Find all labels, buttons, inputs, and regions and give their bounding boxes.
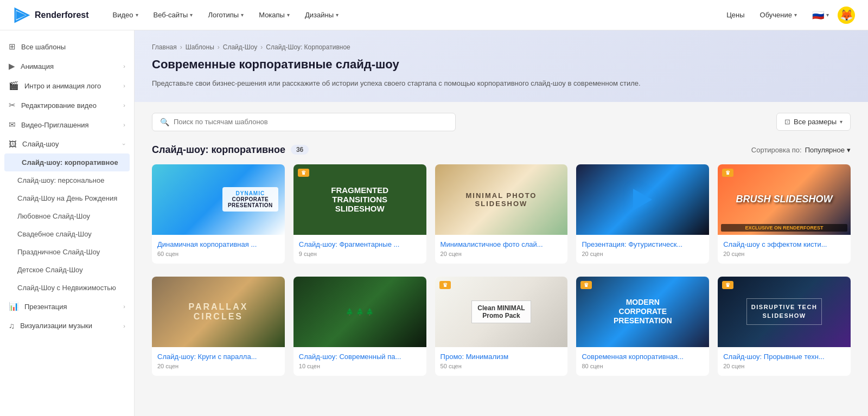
learning-chevron: ▾ bbox=[794, 12, 797, 18]
sort-chevron: ▾ bbox=[847, 146, 851, 154]
card-1-thumb: DYNAMIC CORPORATE PRESENTATION bbox=[152, 164, 285, 235]
card-8-thumb-text: Clean MINIMALPromo Pack bbox=[471, 300, 531, 323]
sort-button[interactable]: Популярное ▾ bbox=[805, 146, 851, 154]
card-8-title: Промо: Минимализм bbox=[441, 353, 563, 361]
invite-icon: ✉ bbox=[9, 120, 16, 130]
nav-designs[interactable]: Дизайны ▾ bbox=[298, 8, 345, 22]
breadcrumb-home[interactable]: Главная bbox=[152, 43, 177, 51]
card-1-thumb-bg: DYNAMIC CORPORATE PRESENTATION bbox=[152, 164, 285, 235]
card-4-scenes: 20 сцен bbox=[582, 251, 704, 257]
breadcrumb-slideshow[interactable]: Слайд-Шоу bbox=[223, 43, 258, 51]
language-selector[interactable]: 🇷🇺 ▾ bbox=[812, 9, 829, 21]
card-10[interactable]: ♛ DISRUPTIVE TECHSLIDESHOW Слайд-шоу: Пр… bbox=[718, 277, 851, 376]
card-9-scenes: 80 сцен bbox=[582, 363, 704, 369]
search-input[interactable] bbox=[174, 118, 448, 126]
avatar-image: 🦊 bbox=[840, 9, 853, 22]
sidebar-item-slideshow-realestate[interactable]: Слайд-Шоу с Недвижимостью bbox=[0, 279, 134, 297]
sidebar-item-intro[interactable]: 🎬 Интро и анимация лого › bbox=[0, 76, 134, 95]
card-1-scenes: 60 сцен bbox=[157, 251, 279, 257]
sidebar-item-animation[interactable]: ▶ Анимация › bbox=[0, 56, 134, 76]
logo[interactable]: Renderforest bbox=[13, 7, 89, 24]
card-2-title: Слайд-шоу: Фрагментарные ... bbox=[299, 240, 421, 248]
card-3-title: Минималистичное фото слай... bbox=[441, 240, 563, 248]
sidebar-label-slideshow-love: Любовное Слайд-Шоу bbox=[17, 212, 125, 220]
sidebar-item-invite[interactable]: ✉ Видео-Приглашения › bbox=[0, 115, 134, 135]
flag-icon: 🇷🇺 bbox=[812, 9, 824, 21]
card-4[interactable]: Презентация: Футуристическ... 20 сцен bbox=[576, 164, 709, 264]
card-10-info: Слайд-шоу: Прорывные техн... 20 сцен bbox=[718, 347, 851, 376]
sort-row: Сортировка по: Популярное ▾ bbox=[751, 146, 851, 154]
grid-icon: ⊞ bbox=[9, 42, 16, 52]
nav-websites-label: Веб-сайты bbox=[154, 11, 188, 19]
page-banner: Главная › Шаблоны › Слайд-Шоу › Слайд-Шо… bbox=[135, 30, 868, 102]
size-filter-icon: ⊡ bbox=[784, 118, 790, 126]
learning-link[interactable]: Обучение ▾ bbox=[754, 8, 803, 22]
card-8-badge: ♛ bbox=[439, 281, 451, 289]
sidebar-item-presentation[interactable]: 📊 Презентация › bbox=[0, 297, 134, 316]
card-7[interactable]: 🌲 🌲 🌲 Слайд-шоу: Современный па... 10 сц… bbox=[293, 277, 426, 376]
sidebar-item-slideshow-wedding[interactable]: Свадебное слайд-Шоу bbox=[0, 225, 134, 243]
card-3[interactable]: MINIMAL PHOTOSLIDESHOW Минималистичное ф… bbox=[435, 164, 568, 264]
sidebar-item-slideshow-kids[interactable]: Детское Слайд-Шоу bbox=[0, 261, 134, 279]
nav-video[interactable]: Видео ▾ bbox=[106, 8, 145, 22]
card-1-info: Динамичная корпоративная ... 60 сцен bbox=[152, 235, 285, 264]
sidebar-label-slideshow-kids: Детское Слайд-Шоу bbox=[17, 266, 125, 274]
sidebar-item-slideshow-holiday[interactable]: Праздничное Слайд-Шоу bbox=[0, 243, 134, 261]
user-avatar[interactable]: 🦊 bbox=[838, 7, 855, 24]
card-5[interactable]: ♛ Brush Slideshow EXCLUSIVE ON RENDERFOR… bbox=[718, 164, 851, 264]
card-8-thumb: ♛ Clean MINIMALPromo Pack bbox=[435, 277, 568, 347]
nav-websites-chevron: ▾ bbox=[190, 12, 193, 18]
card-10-thumb-text: DISRUPTIVE TECHSLIDESHOW bbox=[746, 298, 822, 325]
search-row: 🔍 ⊡ Все размеры ▾ bbox=[152, 113, 851, 131]
card-4-title: Презентация: Футуристическ... bbox=[582, 240, 704, 248]
music-viz-icon: ♫ bbox=[9, 321, 15, 330]
card-5-info: Слайд-шоу с эффектом кисти... 20 сцен bbox=[718, 235, 851, 264]
header: Renderforest Видео ▾ Веб-сайты ▾ Логотип… bbox=[0, 0, 868, 30]
card-6[interactable]: PARALLAXCIRCLES Слайд-шоу: Круги с парал… bbox=[152, 277, 285, 376]
crown-icon-10: ♛ bbox=[725, 282, 730, 288]
card-6-thumb-text: PARALLAXCIRCLES bbox=[184, 298, 252, 326]
card-10-title: Слайд-шоу: Прорывные техн... bbox=[723, 353, 845, 361]
nav-websites[interactable]: Веб-сайты ▾ bbox=[147, 8, 200, 22]
nav-logos-label: Логотипы bbox=[208, 11, 239, 19]
card-3-thumb-text: MINIMAL PHOTOSLIDESHOW bbox=[462, 187, 541, 212]
sidebar-item-slideshow-love[interactable]: Любовное Слайд-Шоу bbox=[0, 207, 134, 225]
sidebar-label-slideshow-holiday: Праздничное Слайд-Шоу bbox=[17, 248, 125, 256]
card-3-info: Минималистичное фото слай... 20 сцен bbox=[435, 235, 568, 264]
card-8[interactable]: ♛ Clean MINIMALPromo Pack Промо: Минимал… bbox=[435, 277, 568, 376]
sidebar-item-slideshow-corporate[interactable]: Слайд-шоу: корпоративное bbox=[4, 153, 130, 171]
card-2[interactable]: ♛ FRAGMENTEDTRANSITIONSSLIDESHOW Слайд-ш… bbox=[293, 164, 426, 264]
sidebar-item-video-edit[interactable]: ✂ Редактирование видео › bbox=[0, 95, 134, 115]
sidebar-item-music-viz[interactable]: ♫ Визуализации музыки › bbox=[0, 316, 134, 335]
search-box[interactable]: 🔍 bbox=[152, 113, 456, 131]
sidebar-item-slideshow[interactable]: 🖼 Слайд-шоу › bbox=[0, 135, 134, 153]
breadcrumb: Главная › Шаблоны › Слайд-Шоу › Слайд-Шо… bbox=[152, 43, 851, 51]
sidebar-label-animation: Анимация bbox=[21, 62, 118, 71]
nav-mockups[interactable]: Мокапы ▾ bbox=[252, 8, 296, 22]
nav-logos[interactable]: Логотипы ▾ bbox=[201, 8, 250, 22]
card-6-scenes: 20 сцен bbox=[157, 363, 279, 369]
sidebar-item-slideshow-birthday[interactable]: Слайд-Шоу на День Рождения bbox=[0, 189, 134, 207]
pricing-link[interactable]: Цены bbox=[726, 11, 744, 19]
crown-icon-8: ♛ bbox=[443, 282, 448, 288]
card-4-info: Презентация: Футуристическ... 20 сцен bbox=[576, 235, 709, 264]
slideshow-submenu: Слайд-шоу: корпоративное Слайд-шоу: перс… bbox=[0, 153, 134, 297]
main-content: Главная › Шаблоны › Слайд-Шоу › Слайд-Шо… bbox=[135, 30, 868, 400]
card-10-badge: ♛ bbox=[722, 281, 733, 289]
card-8-info: Промо: Минимализм 50 сцен bbox=[435, 347, 568, 376]
size-filter[interactable]: ⊡ Все размеры ▾ bbox=[776, 113, 851, 131]
sidebar-label-slideshow: Слайд-шоу bbox=[22, 140, 118, 148]
sidebar-item-slideshow-personal[interactable]: Слайд-шоу: персональное bbox=[0, 171, 134, 189]
sidebar-label-music-viz: Визуализации музыки bbox=[20, 322, 118, 330]
language-chevron: ▾ bbox=[826, 12, 829, 18]
card-1[interactable]: DYNAMIC CORPORATE PRESENTATION Динамична… bbox=[152, 164, 285, 264]
search-icon: 🔍 bbox=[160, 118, 169, 126]
card-2-scenes: 9 сцен bbox=[299, 251, 421, 257]
sidebar-item-all[interactable]: ⊞ Все шаблоны bbox=[0, 37, 134, 56]
card-9[interactable]: ♛ MODERNCORPORATEPRESENTATION Современна… bbox=[576, 277, 709, 376]
page-title: Современные корпоративные слайд-шоу bbox=[152, 57, 851, 72]
breadcrumb-templates[interactable]: Шаблоны bbox=[186, 43, 214, 51]
nav-designs-label: Дизайны bbox=[305, 11, 334, 19]
nav-mockups-label: Мокапы bbox=[259, 11, 285, 19]
cards-grid-row2: PARALLAXCIRCLES Слайд-шоу: Круги с парал… bbox=[152, 277, 851, 376]
